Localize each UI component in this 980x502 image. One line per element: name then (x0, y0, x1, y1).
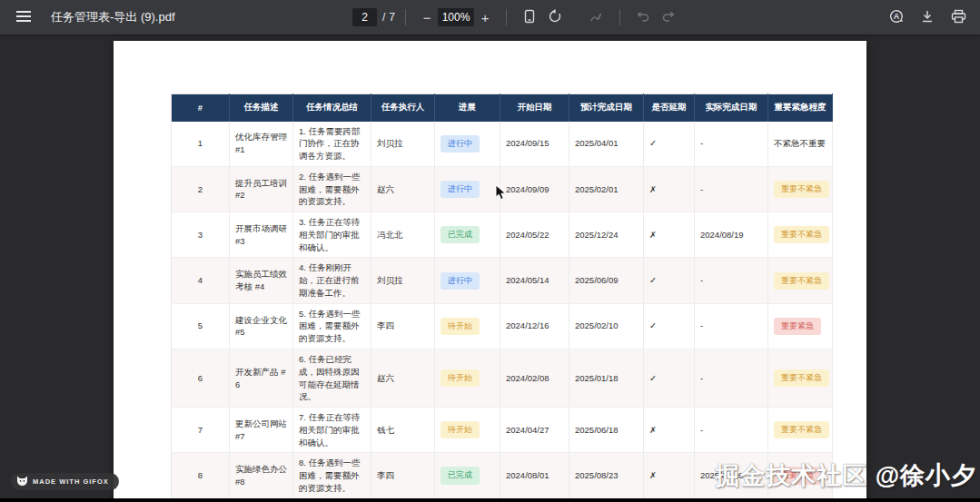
status-badge: 待开始 (441, 369, 480, 387)
cell-estimate-date: 2025/06/09 (569, 258, 644, 303)
priority-badge: 重要不紧急 (774, 421, 829, 438)
download-button[interactable] (915, 5, 940, 30)
cell-start-date: 2024/05/14 (500, 258, 569, 303)
column-header-executor: 任务执行人 (371, 94, 435, 122)
annotate-pen-button[interactable] (584, 5, 609, 30)
cell-task-desc: 实施员工绩效考核 #4 (230, 258, 293, 303)
cell-executor: 刘贝拉 (371, 122, 435, 167)
rotate-icon (548, 9, 562, 26)
fit-page-button[interactable] (517, 5, 542, 30)
cell-executor: 冯北北 (371, 212, 435, 258)
cell-progress: 进行中 (435, 122, 500, 167)
cell-priority: 重要不紧急 (768, 408, 833, 453)
cell-estimate-date: 2025/12/24 (569, 212, 644, 258)
cell-start-date: 2024/09/09 (500, 166, 569, 212)
page-separator: / (382, 11, 385, 24)
zoom-in-button[interactable]: + (474, 5, 496, 30)
table-row: 5 建设企业文化 #5 5. 任务遇到一些困难，需要额外的资源支持。 李四 待开… (172, 303, 833, 349)
download-icon (920, 9, 935, 26)
redo-button[interactable] (656, 5, 681, 30)
column-header-progress: 进展 (435, 94, 500, 122)
cell-progress: 进行中 (435, 166, 500, 212)
cell-delayed: ✗ (644, 212, 695, 258)
cell-summary: 6. 任务已经完成，因特殊原因可能存在延期情况。 (293, 349, 371, 407)
zoom-level[interactable]: 100% (438, 8, 474, 26)
cell-summary: 2. 任务遇到一些困难，需要额外的资源支持。 (293, 166, 371, 212)
cell-start-date: 2024/02/08 (500, 349, 569, 407)
status-badge: 待开始 (441, 421, 480, 438)
toolbar-divider (405, 9, 406, 25)
cell-estimate-date: 2025/02/10 (569, 303, 644, 349)
cell-start-date: 2024/04/27 (500, 408, 569, 453)
print-button[interactable] (945, 5, 971, 30)
cell-delayed: ✓ (644, 349, 695, 407)
cell-estimate-date: 2025/02/01 (569, 166, 644, 212)
pdf-page: # 任务描述 任务情况总结 任务执行人 进展 开始日期 预计完成日期 是否延期 … (114, 41, 866, 502)
cell-executor: 李四 (371, 303, 435, 349)
cell-actual-date: - (695, 349, 768, 407)
menu-button[interactable] (11, 5, 36, 30)
zoom-out-button[interactable]: − (416, 5, 438, 30)
cell-summary: 1. 任务需要跨部门协作，正在协调各方资源。 (293, 122, 371, 167)
pdf-viewer-area: # 任务描述 任务情况总结 任务执行人 进展 开始日期 预计完成日期 是否延期 … (0, 34, 980, 502)
cell-priority: 重要不紧急 (768, 258, 833, 303)
cell-actual-date: - (695, 408, 768, 453)
toolbar-divider (619, 9, 620, 25)
a-circular-arrow-button[interactable]: A (884, 5, 909, 30)
status-badge: 进行中 (441, 135, 480, 153)
page-total: 7 (389, 11, 395, 24)
cell-priority: 不紧急不重要 (768, 122, 833, 167)
cell-executor: 刘贝拉 (371, 258, 435, 303)
cell-executor: 赵六 (371, 166, 435, 212)
cell-actual-date: - (695, 303, 768, 349)
bottom-black-bar (0, 498, 980, 502)
priority-badge: 重要紧急 (774, 318, 821, 335)
table-header-row: # 任务描述 任务情况总结 任务执行人 进展 开始日期 预计完成日期 是否延期 … (172, 94, 833, 122)
task-table: # 任务描述 任务情况总结 任务执行人 进展 开始日期 预计完成日期 是否延期 … (171, 94, 833, 502)
cell-index: 1 (172, 122, 230, 167)
cell-index: 8 (172, 453, 230, 498)
cell-progress: 待开始 (435, 408, 500, 453)
cell-task-desc: 实施绿色办公 #8 (230, 453, 293, 498)
mouse-cursor (495, 185, 508, 205)
cell-actual-date: 2024/08/19 (695, 212, 768, 258)
cell-progress: 进行中 (435, 258, 500, 303)
status-badge: 进行中 (441, 181, 480, 198)
cell-task-desc: 开发新产品 #6 (230, 349, 293, 407)
cell-task-desc: 优化库存管理 #1 (230, 122, 293, 167)
cell-start-date: 2024/05/22 (500, 212, 569, 258)
column-header-task-desc: 任务描述 (230, 94, 293, 122)
undo-button[interactable] (630, 5, 656, 30)
cell-index: 3 (172, 212, 230, 258)
cell-estimate-date: 2025/04/01 (569, 122, 644, 167)
cell-index: 5 (172, 303, 230, 349)
cell-summary: 5. 任务遇到一些困难，需要额外的资源支持。 (293, 303, 371, 349)
cell-index: 2 (172, 166, 230, 212)
task-table-body: 1 优化库存管理 #1 1. 任务需要跨部门协作，正在协调各方资源。 刘贝拉 进… (172, 122, 833, 502)
fox-icon (16, 476, 28, 488)
cell-summary: 3. 任务正在等待相关部门的审批和确认。 (293, 212, 371, 258)
cell-delayed: ✗ (644, 453, 695, 498)
cell-index: 7 (172, 408, 230, 453)
cell-summary: 8. 任务遇到一些困难，需要额外的资源支持。 (293, 453, 371, 498)
cell-estimate-date: 2025/06/18 (569, 408, 644, 453)
cell-executor: 赵六 (371, 349, 435, 407)
print-icon (951, 9, 966, 26)
cell-start-date: 2024/09/15 (500, 122, 569, 167)
cell-delayed: ✓ (644, 258, 695, 303)
pen-icon (589, 9, 604, 26)
cell-task-desc: 开展市场调研 #3 (230, 212, 293, 258)
cell-task-desc: 建设企业文化 #5 (230, 303, 293, 349)
page-number-input[interactable] (352, 8, 377, 26)
hamburger-icon (16, 10, 31, 25)
cell-priority: 重要不紧急 (768, 166, 833, 212)
fit-page-icon (522, 9, 537, 26)
status-badge: 已完成 (441, 467, 480, 484)
table-row: 3 开展市场调研 #3 3. 任务正在等待相关部门的审批和确认。 冯北北 已完成… (172, 212, 833, 258)
gifox-badge-label: MADE WITH GIFOX (33, 477, 109, 486)
cell-task-desc: 更新公司网站 #7 (230, 408, 293, 453)
priority-badge: 重要不紧急 (774, 226, 829, 243)
table-row: 1 优化库存管理 #1 1. 任务需要跨部门协作，正在协调各方资源。 刘贝拉 进… (172, 122, 833, 167)
rotate-button[interactable] (542, 5, 568, 30)
column-header-estimate-date: 预计完成日期 (569, 94, 644, 122)
